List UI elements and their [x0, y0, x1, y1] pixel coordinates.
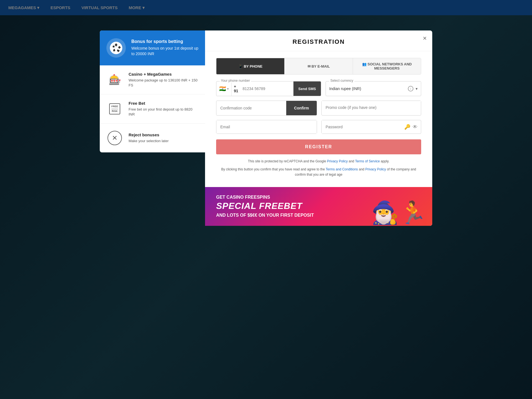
currency-icons: i ▾ [408, 86, 418, 91]
key-icon: 🔑 [404, 124, 410, 130]
email-input[interactable] [216, 120, 317, 134]
registration-body: 📱 BY PHONE ✉ BY E-MAIL 👥 SOCIAL NETWORKS… [205, 51, 432, 187]
phone-number-input[interactable] [241, 82, 293, 95]
bonus-sports-betting-text: Bonus for sports betting Welcome bonus o… [131, 39, 198, 57]
privacy-policy-link-2[interactable]: Privacy Policy [365, 167, 386, 171]
currency-value: Indian rupee (INR) [329, 82, 408, 95]
tab-by-phone[interactable]: 📱 BY PHONE [216, 58, 285, 74]
modal-backdrop: Bonus for sports betting Welcome bonus o… [0, 0, 532, 399]
promo-banner: GET CASINO FREESPINS SPECIAL FREEBET AND… [205, 187, 432, 226]
phone-input-group: Your phone number 🇮🇳 ▾ + 91 Send SMS [216, 81, 321, 96]
register-button[interactable]: REGISTER [216, 139, 421, 154]
bonus-casino[interactable]: 🎰 Casino + MegaGames Welcome package up … [100, 65, 205, 94]
send-sms-button[interactable]: Send SMS [293, 81, 321, 96]
terms-of-service-link[interactable]: Terms of Service [355, 159, 380, 163]
bonus-reject[interactable]: ✕ Reject bonuses Make your selection lat… [100, 124, 205, 152]
password-icons: 🔑 👁 [404, 124, 421, 130]
banner-main-text: SPECIAL FREEBET [216, 201, 314, 211]
promo-code-input[interactable] [322, 101, 421, 114]
currency-info-icon[interactable]: i [408, 86, 413, 91]
registration-tabs: 📱 BY PHONE ✉ BY E-MAIL 👥 SOCIAL NETWORKS… [216, 58, 421, 75]
registration-header: REGISTRATION [205, 30, 432, 51]
soccer-ball-icon [106, 38, 126, 58]
banner-text: GET CASINO FREESPINS SPECIAL FREEBET AND… [216, 195, 314, 218]
flag-emoji: 🇮🇳 [219, 85, 226, 92]
banner-top-text: GET CASINO FREESPINS [216, 195, 314, 200]
confirm-button[interactable]: Confirm [286, 101, 317, 115]
country-code: + 91 [232, 84, 241, 93]
registration-modal: × REGISTRATION 📱 BY PHONE ✉ BY E-MAIL 👥 … [205, 30, 432, 226]
terms-conditions-link[interactable]: Terms and Conditions [326, 167, 358, 171]
tab-by-email[interactable]: ✉ BY E-MAIL [285, 58, 353, 74]
password-input[interactable] [322, 120, 404, 134]
banner-characters: 🧙‍♂️🏃 [371, 200, 427, 226]
email-password-row: 🔑 👁 [216, 120, 421, 134]
currency-group: Select currency Indian rupee (INR) i ▾ [326, 81, 421, 96]
currency-label: Select currency [329, 79, 354, 83]
password-group: 🔑 👁 [321, 120, 421, 134]
bonus-casino-text: Casino + MegaGames Welcome package up to… [129, 72, 198, 88]
legal-text-1: This site is protected by reCAPTCHA and … [216, 159, 421, 164]
tab-social-networks[interactable]: 👥 SOCIAL NETWORKS AND MESSENGERS [353, 58, 421, 74]
bonus-panel: Bonus for sports betting Welcome bonus o… [100, 30, 205, 152]
promo-code-group [321, 101, 421, 116]
free-bet-icon: FREE RISK [106, 101, 123, 117]
currency-chevron-icon[interactable]: ▾ [416, 86, 418, 91]
banner-bottom-text: AND LOTS OF $$€€ ON YOUR FIRST DEPOSIT [216, 213, 314, 218]
confirmation-code-input[interactable] [216, 101, 286, 115]
casino-icon: 🎰 [106, 71, 123, 88]
close-button[interactable]: × [423, 35, 427, 42]
bonus-reject-text: Reject bonuses Make your selection later [129, 132, 169, 144]
registration-title: REGISTRATION [216, 38, 421, 45]
bonus-free-bet-text: Free Bet Free bet on your first deposit … [129, 101, 198, 117]
confirm-promo-row: Confirm [216, 101, 421, 116]
bonus-sports-betting[interactable]: Bonus for sports betting Welcome bonus o… [100, 30, 205, 65]
privacy-policy-link-1[interactable]: Privacy Policy [327, 159, 348, 163]
reject-icon: ✕ [106, 130, 123, 146]
flag-selector[interactable]: 🇮🇳 ▾ [216, 81, 232, 96]
confirmation-input-group: Confirm [216, 101, 317, 116]
eye-off-icon[interactable]: 👁 [413, 124, 418, 130]
chevron-down-icon: ▾ [227, 87, 229, 90]
legal-text-2: By clicking this button you confirm that… [216, 167, 421, 177]
phone-currency-row: Your phone number 🇮🇳 ▾ + 91 Send SMS Sel… [216, 81, 421, 96]
bonus-free-bet[interactable]: FREE RISK Free Bet Free bet on your firs… [100, 94, 205, 124]
phone-label: Your phone number [220, 79, 251, 83]
email-group [216, 120, 317, 134]
modal-container: Bonus for sports betting Welcome bonus o… [100, 30, 432, 226]
